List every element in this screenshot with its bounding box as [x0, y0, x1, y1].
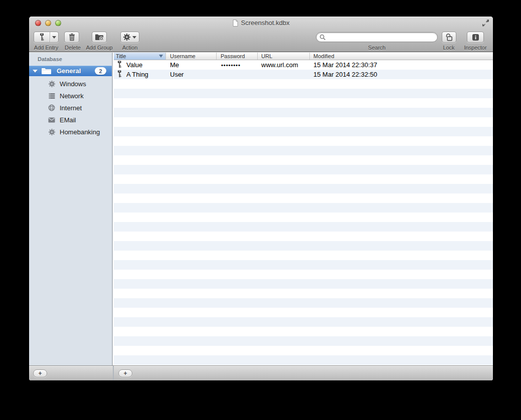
plus-icon: + — [123, 370, 127, 376]
sidebar: Database General 2 Windows Network — [29, 53, 113, 365]
folder-plus-icon — [95, 34, 104, 41]
footer-divider — [113, 366, 114, 380]
network-stack-icon — [48, 92, 55, 99]
lock-label: Lock — [437, 45, 461, 51]
gear-icon — [123, 34, 130, 41]
entry-count-badge: 2 — [95, 67, 106, 75]
search-label: Search — [316, 45, 438, 51]
add-entry-label: Add Entry — [29, 45, 63, 51]
search-input[interactable] — [328, 34, 434, 41]
sidebar-item-label: EMail — [60, 116, 76, 124]
document-icon — [233, 20, 238, 28]
sidebar-item-label: Homebanking — [60, 128, 100, 136]
trash-icon — [69, 33, 75, 41]
gear-icon — [48, 128, 55, 135]
password-cell: •••••••• — [217, 62, 258, 68]
modified-cell: 15 Mar 2014 22:30:37 — [310, 61, 493, 69]
empty-row-stripes — [114, 79, 493, 365]
action-button[interactable] — [120, 32, 139, 43]
column-header-label: URL — [261, 53, 272, 59]
delete-button[interactable] — [64, 32, 79, 43]
footer-bar: + + — [29, 365, 493, 380]
info-icon — [472, 34, 479, 41]
table-row[interactable]: Value Me •••••••• www.url.com 15 Mar 201… — [114, 60, 493, 70]
sidebar-item-windows[interactable]: Windows — [29, 78, 112, 90]
lock-button[interactable] — [442, 32, 456, 43]
table-header: Title Username Password URL Modified — [114, 53, 493, 60]
screen-background: Screenshot.kdbx Add Entry Delete — [0, 0, 521, 420]
username-cell: User — [166, 71, 217, 78]
search-field[interactable] — [316, 32, 438, 42]
sidebar-item-general[interactable]: General 2 — [29, 66, 112, 76]
entry-table: Title Username Password URL Modified Val… — [114, 53, 493, 365]
column-header-title[interactable]: Title — [114, 53, 166, 60]
entry-title: Value — [126, 61, 142, 69]
app-window: Screenshot.kdbx Add Entry Delete — [29, 17, 493, 380]
sidebar-item-label: General — [57, 67, 95, 75]
folder-icon — [41, 67, 52, 75]
chevron-down-icon — [52, 36, 56, 39]
column-header-username[interactable]: Username — [166, 53, 217, 60]
delete-label: Delete — [64, 45, 82, 51]
add-group-footer-button[interactable]: + — [33, 369, 47, 377]
column-header-label: Title — [116, 53, 126, 59]
search-icon — [319, 34, 326, 41]
sidebar-item-homebanking[interactable]: Homebanking — [29, 126, 112, 138]
add-entry-button[interactable] — [34, 32, 59, 43]
key-icon[interactable] — [34, 32, 50, 42]
sidebar-section-header: Database — [38, 56, 62, 62]
column-header-url[interactable]: URL — [258, 53, 310, 60]
key-icon — [117, 61, 122, 70]
key-icon — [117, 70, 122, 79]
window-title: Screenshot.kdbx — [29, 19, 493, 28]
username-cell: Me — [166, 61, 217, 69]
table-row[interactable]: A Thing User 15 Mar 2014 22:32:50 — [114, 70, 493, 79]
plus-icon: + — [38, 370, 42, 376]
sidebar-item-email[interactable]: EMail — [29, 114, 112, 126]
disclosure-triangle-icon[interactable] — [33, 70, 38, 73]
column-header-label: Modified — [313, 53, 334, 59]
content-area: Database General 2 Windows Network — [29, 53, 493, 365]
fullscreen-icon[interactable] — [482, 20, 489, 27]
globe-icon — [48, 104, 55, 111]
add-group-button[interactable] — [92, 32, 107, 43]
add-entry-footer-button[interactable]: + — [118, 369, 132, 377]
title-cell: Value — [114, 61, 166, 70]
inspector-label: Inspector — [461, 45, 490, 51]
sidebar-item-label: Network — [60, 92, 84, 100]
column-header-label: Password — [221, 53, 245, 59]
sidebar-item-network[interactable]: Network — [29, 90, 112, 102]
title-cell: A Thing — [114, 70, 166, 79]
column-header-password[interactable]: Password — [217, 53, 258, 60]
column-header-label: Username — [170, 53, 196, 59]
unlock-icon — [445, 33, 453, 41]
gear-icon — [48, 80, 55, 87]
sort-indicator-icon — [159, 55, 163, 58]
window-title-text: Screenshot.kdbx — [241, 19, 290, 27]
column-header-modified[interactable]: Modified — [310, 53, 493, 60]
sidebar-item-internet[interactable]: Internet — [29, 102, 112, 114]
url-cell: www.url.com — [258, 61, 310, 69]
entry-title: A Thing — [126, 71, 148, 78]
window-chrome: Screenshot.kdbx Add Entry Delete — [29, 17, 493, 52]
action-label: Action — [118, 45, 141, 51]
sidebar-item-label: Windows — [60, 80, 86, 88]
modified-cell: 15 Mar 2014 22:32:50 — [310, 71, 493, 78]
chevron-down-icon — [132, 36, 136, 39]
add-group-label: Add Group — [84, 45, 114, 51]
add-entry-dropdown[interactable] — [50, 32, 58, 42]
envelope-icon — [48, 116, 55, 123]
sidebar-item-label: Internet — [60, 104, 82, 112]
inspector-button[interactable] — [467, 32, 484, 43]
